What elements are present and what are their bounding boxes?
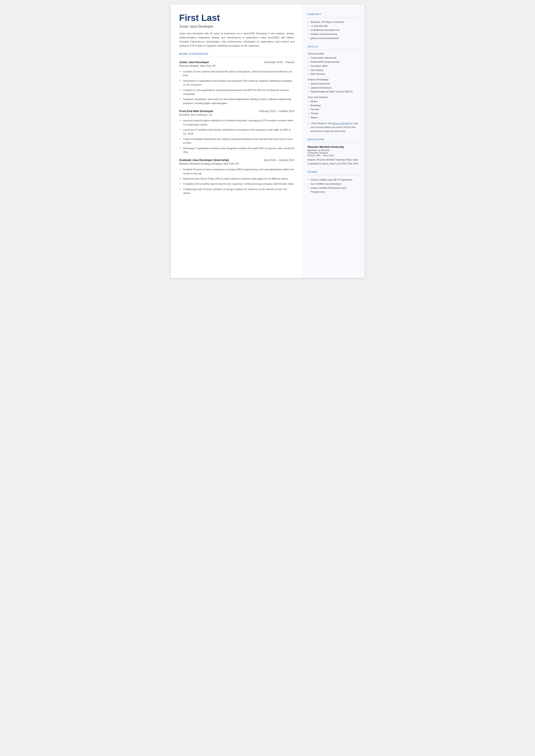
skills-section: SKILLS Technical Skills: Frameworks (Adv… (308, 45, 359, 133)
job-dates-2: February 2013 – October 2015 (259, 110, 294, 113)
education-section: EDUCATION Resume Worded University Bache… (308, 138, 359, 165)
edu-awards: Awards: Resume Worded Teaching Fellow (o… (308, 158, 359, 165)
contact-header: CONTACT (308, 13, 359, 15)
other-divider (308, 175, 359, 175)
edu-degree: Bachelor of Science (308, 149, 359, 152)
job-bullets-3: Assisted 25 junior & senior employees in… (179, 167, 295, 195)
skill-rest: Representational State Transfer (REST) (308, 90, 359, 94)
skill-javaspring: Java Spring (308, 68, 359, 72)
technical-skills-list: Frameworks (Advanced) Restful APIS (Expe… (308, 56, 359, 76)
job-company-2: Growthsi, San Francisco, CA (179, 113, 295, 116)
bullet-2-2: Launched 14 websites that directly contr… (179, 128, 295, 136)
job-dates-3: June 2010 – January 2013 (264, 159, 294, 162)
job-bullets-1: Created 12 new systems that tracked the … (179, 70, 295, 105)
bullet-3-3: Compiled 120 bi-weekly reports that the … (179, 182, 295, 186)
bullet-3-2: Deployed Java Server Page (JSP) to help … (179, 177, 295, 181)
bullet-2-4: Developed 7 application interfaces that … (179, 146, 295, 154)
education-divider (308, 142, 359, 143)
skill-servlets: Servlets (308, 107, 359, 111)
skill-jakarta: Jakarta Persistence (308, 86, 359, 90)
left-column: First Last Junior Java Developer Junior … (171, 4, 302, 278)
tools-skills-list: jQuery Bootstrap Servlets Tomcat Maven (308, 99, 359, 119)
skill-tomcat: Tomcat (308, 111, 359, 116)
contact-item-location: Memphis, TN (Open to Remote) (308, 20, 359, 24)
other-item-3: Oracle Certified Professional Java Progr… (308, 186, 359, 194)
bullet-1-3: Created 21 Java applications using Sprin… (179, 88, 295, 96)
candidate-name: First Last (179, 13, 295, 23)
contact-list: Memphis, TN (Open to Remote) +1-234-456-… (308, 20, 359, 40)
resume-worded-tip: • Don't forget to use Resume Worded to s… (308, 122, 359, 133)
bullet-1-4: Designed, developed, and tested 32 web-b… (179, 97, 295, 105)
job-header-3: Graduate Java Developer (Internship) Jun… (179, 158, 295, 162)
industry-skills-list: Spring Framework Jakarta Persistence Rep… (308, 82, 359, 94)
job-block-2: Front End Web Developer February 2013 – … (179, 109, 295, 154)
edu-dates: Boston, MA — May 2010 (308, 154, 359, 157)
resume-worded-link[interactable]: Resume Worded (332, 122, 350, 125)
skill-jquery: jQuery (308, 99, 359, 103)
other-item-1: Oracle Certified Java SE 6 Programmer. (308, 178, 359, 182)
bullet-2-3: Coded embedded stylesheets into existing… (179, 137, 295, 145)
job-title-2: Front End Web Developer (179, 109, 213, 113)
bullet-1-2: Developed 15 applications that tracked a… (179, 79, 295, 87)
job-block-1: Junior Java Developer November 2015 – Pr… (179, 61, 295, 105)
skill-webservices: Web Services (308, 72, 359, 76)
other-header: OTHER (308, 171, 359, 173)
bullet-2-1: Improved search engine visibility for a … (179, 119, 295, 126)
job-title-1: Junior Java Developer (179, 61, 209, 64)
other-item-2: Sun Certified Java Developer. (308, 182, 359, 186)
skills-divider (308, 49, 359, 50)
job-bullets-2: Improved search engine visibility for a … (179, 119, 295, 154)
bullet-1-1: Created 12 new systems that tracked the … (179, 70, 295, 78)
skill-spring-framework: Spring Framework (308, 82, 359, 86)
job-company-1: Resume Worded, New York, NY (179, 65, 295, 68)
candidate-title: Junior Java Developer (179, 25, 295, 28)
contact-item-phone: +1-234-456-789 (308, 24, 359, 28)
other-list: Oracle Certified Java SE 6 Programmer. S… (308, 178, 359, 194)
skills-header: SKILLS (308, 45, 359, 48)
other-section: OTHER Oracle Certified Java SE 6 Program… (308, 171, 359, 194)
skill-frameworks: Frameworks (Advanced) (308, 56, 359, 60)
job-header-2: Front End Web Developer February 2013 – … (179, 109, 295, 113)
skill-fullstack: Full Stack JAVA (308, 64, 359, 68)
job-title-3: Graduate Java Developer (Internship) (179, 158, 229, 162)
contact-item-email: email@resumeworded.com (308, 28, 359, 32)
bullet-3-4: Collaborated with 20 team members to des… (179, 187, 295, 195)
tools-skills-label: Tools and Software: (308, 96, 359, 98)
contact-divider (308, 17, 359, 17)
job-company-3: Resume Worded's Exciting Company, New Yo… (179, 162, 295, 165)
work-experience-header: WORK EXPERIENCE (179, 53, 295, 55)
contact-item-linkedin: linkedin.com/in/username (308, 32, 359, 36)
edu-field: Computer Science (308, 152, 359, 154)
skill-maven: Maven (308, 116, 359, 120)
right-column: CONTACT Memphis, TN (Open to Remote) +1-… (302, 4, 365, 278)
industry-skills-label: Industry Knowledge: (308, 78, 359, 81)
resume-page: First Last Junior Java Developer Junior … (171, 4, 365, 278)
skill-bootstrap: Bootstrap (308, 103, 359, 107)
skill-restful: Restful APIS (Experienced) (308, 60, 359, 64)
contact-section: CONTACT Memphis, TN (Open to Remote) +1-… (308, 13, 359, 40)
education-header: EDUCATION (308, 138, 359, 141)
contact-item-github: github.com/resumeworded (308, 36, 359, 40)
technical-skills-label: Technical Skills: (308, 52, 359, 55)
job-header-1: Junior Java Developer November 2015 – Pr… (179, 61, 295, 64)
job-block-3: Graduate Java Developer (Internship) Jun… (179, 158, 295, 195)
job-dates-1: November 2015 – Present (264, 61, 294, 64)
bullet-3-1: Assisted 25 junior & senior employees in… (179, 167, 295, 176)
edu-institution: Resume Worded University (308, 145, 359, 149)
candidate-summary: Junior java developer with 10 years of e… (179, 32, 295, 48)
